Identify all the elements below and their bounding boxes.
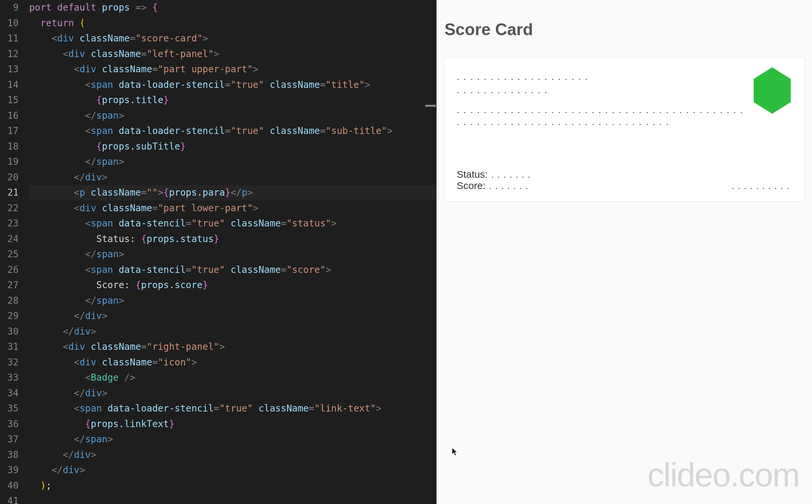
link-text-stencil: ..........	[732, 180, 792, 191]
code-line[interactable]: {props.title}	[29, 93, 437, 108]
code-line[interactable]: <span data-loader-stencil="true" classNa…	[29, 123, 437, 139]
code-line[interactable]: <Badge />	[29, 370, 437, 386]
code-line[interactable]: </span>	[29, 108, 437, 124]
status-stencil: .......	[491, 169, 534, 180]
line-number: 20	[0, 170, 19, 185]
line-number: 39	[0, 463, 19, 478]
code-area[interactable]: port default props => { return ( <div cl…	[29, 0, 437, 504]
code-line[interactable]: );	[29, 478, 437, 494]
line-number: 16	[0, 108, 19, 124]
line-number: 22	[0, 201, 19, 216]
score-card: .................... .............. ....…	[445, 57, 805, 202]
code-line[interactable]: </span>	[29, 432, 437, 447]
badge-hexagon-icon	[751, 67, 794, 114]
line-number: 9	[0, 0, 19, 16]
preview-pane: Score Card .................... ........…	[437, 0, 812, 504]
line-number: 40	[0, 478, 19, 494]
line-number: 38	[0, 447, 19, 463]
code-line[interactable]: <div className="left-panel">	[29, 46, 437, 62]
code-line[interactable]: <div className="score-card">	[29, 31, 437, 46]
code-line[interactable]	[29, 493, 437, 504]
code-line[interactable]: </div>	[29, 170, 437, 185]
minimap-viewport-marker[interactable]	[425, 105, 436, 107]
code-line[interactable]: </span>	[29, 293, 437, 309]
score-stencil: .......	[489, 180, 531, 191]
line-number: 12	[0, 46, 19, 62]
line-number: 26	[0, 262, 19, 278]
code-line[interactable]: </div>	[29, 308, 437, 324]
status-score-block: Status: ....... Score: .......	[457, 169, 534, 191]
line-number: 34	[0, 386, 19, 401]
code-line[interactable]: <div className="part upper-part">	[29, 62, 437, 77]
code-line[interactable]: <span data-stencil="true" className="sta…	[29, 216, 437, 231]
line-number: 25	[0, 247, 19, 262]
line-number: 28	[0, 293, 19, 309]
code-line[interactable]: Status: {props.status}	[29, 231, 437, 247]
code-line[interactable]: </div>	[29, 447, 437, 463]
code-line[interactable]: {props.subTitle}	[29, 139, 437, 155]
line-number: 27	[0, 278, 19, 293]
line-number: 13	[0, 62, 19, 77]
para-stencil: ........................................…	[457, 104, 749, 128]
status-label: Status:	[457, 169, 488, 180]
status-line: Status: .......	[457, 169, 534, 180]
line-number: 29	[0, 308, 19, 324]
code-line[interactable]: </span>	[29, 154, 437, 170]
lower-part: Status: ....... Score: ....... .........…	[457, 169, 792, 191]
line-number: 18	[0, 139, 19, 155]
code-line[interactable]: </span>	[29, 247, 437, 262]
code-line[interactable]: <div className="icon">	[29, 355, 437, 370]
line-number: 17	[0, 123, 19, 139]
line-number: 35	[0, 401, 19, 416]
line-number: 15	[0, 93, 19, 108]
subtitle-stencil: ..............	[457, 84, 563, 96]
line-number: 30	[0, 324, 19, 340]
line-number: 24	[0, 231, 19, 247]
code-line[interactable]: </div>	[29, 386, 437, 401]
line-number: 19	[0, 154, 19, 170]
code-line[interactable]: Score: {props.score}	[29, 278, 437, 293]
code-line[interactable]: <span data-loader-stencil="true" classNa…	[29, 401, 437, 416]
line-number-gutter: 9101112131415161718192021222324252627282…	[0, 0, 29, 504]
upper-part: .................... .............. ....…	[457, 71, 792, 137]
code-line[interactable]: </div>	[29, 463, 437, 478]
code-line[interactable]: </div>	[29, 324, 437, 340]
preview-heading: Score Card	[445, 20, 805, 39]
code-line[interactable]: {props.linkText}	[29, 416, 437, 432]
code-line[interactable]: <span data-stencil="true" className="sco…	[29, 262, 437, 278]
line-number: 37	[0, 432, 19, 447]
line-number: 31	[0, 339, 19, 355]
line-number: 33	[0, 370, 19, 386]
code-line[interactable]: <span data-loader-stencil="true" classNa…	[29, 77, 437, 93]
line-number: 32	[0, 355, 19, 370]
line-number: 36	[0, 416, 19, 432]
code-editor-pane[interactable]: 9101112131415161718192021222324252627282…	[0, 0, 437, 504]
line-number: 21	[0, 185, 19, 201]
score-label: Score:	[457, 180, 486, 191]
code-line[interactable]: <div className="part lower-part">	[29, 201, 437, 216]
line-number: 23	[0, 216, 19, 231]
line-number: 10	[0, 16, 19, 31]
line-number: 14	[0, 77, 19, 93]
title-stencil: ....................	[457, 71, 609, 83]
line-number: 11	[0, 31, 19, 46]
code-line[interactable]: <p className="">{props.para}</p>	[29, 185, 437, 201]
code-line[interactable]: <div className="right-panel">	[29, 339, 437, 355]
score-line: Score: .......	[457, 180, 534, 191]
line-number: 41	[0, 493, 19, 504]
code-line[interactable]: return (	[29, 16, 437, 31]
code-line[interactable]: port default props => {	[29, 0, 437, 16]
